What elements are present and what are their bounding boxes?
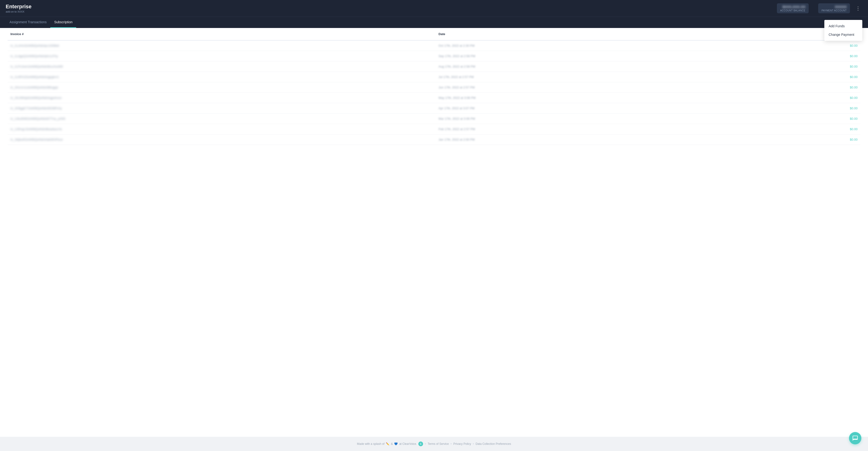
privacy-policy-link[interactable]: Privacy Policy bbox=[454, 442, 471, 446]
change-payment-menu-item[interactable]: Change Payment bbox=[824, 30, 862, 39]
date-cell: Oct 17th, 2022 at 2:30 PM bbox=[436, 40, 738, 51]
table-header-row: Invoice # Date Amount bbox=[8, 28, 860, 40]
invoice-id-cell: in_1lkjbwl52eW8tQwNdnl4abWHPkue bbox=[8, 134, 436, 145]
invoice-id-cell: in_1L6RX2l2eW8tQwNdnlogpgkvr1 bbox=[8, 72, 436, 82]
cv-logo: C bbox=[418, 442, 423, 446]
app-brand: Enterprise bbox=[6, 4, 32, 10]
table-row: in_1LdgpQ2eW8tQwNdnlj4o1cFhySep 17th, 20… bbox=[8, 51, 860, 61]
table-row: in_1J0IngrJ2eW8tQwNdnl8eadaouYaFeb 17th,… bbox=[8, 124, 860, 134]
footer: Made with a splash of ✏️ & 💙 at ClearVoi… bbox=[0, 437, 868, 451]
amount-cell: $0.00 bbox=[738, 114, 860, 124]
amount-cell: $0.00 bbox=[738, 103, 860, 114]
more-options-button[interactable]: ⋮ bbox=[854, 4, 862, 12]
payment-account-block: XXXXX PAYMENT ACCOUNT bbox=[818, 3, 850, 13]
table-container: Invoice # Date Amount in_1LoHml2eW8tQwNd… bbox=[0, 28, 868, 145]
account-balance-block: $XXX,XXX.XX ACCOUNT BALANCE bbox=[777, 3, 809, 13]
header-right: $XXX,XXX.XX ACCOUNT BALANCE XXXXX PAYMEN… bbox=[777, 3, 862, 13]
payment-account-value: XXXXX bbox=[822, 5, 847, 9]
account-balance-label: ACCOUNT BALANCE bbox=[780, 9, 805, 12]
date-cell: May 17th, 2022 at 3:08 PM bbox=[436, 93, 738, 103]
amount-cell: $0.00 bbox=[738, 61, 860, 72]
pencil-icon: ✏️ bbox=[386, 442, 390, 446]
account-info: $XXX,XXX.XX ACCOUNT BALANCE XXXXX PAYMEN… bbox=[777, 3, 850, 13]
amount-cell: $0.00 bbox=[738, 40, 860, 51]
account-balance-value: $XXX,XXX.XX bbox=[780, 5, 805, 9]
invoice-id-cell: in_1Ksr1n1s2eW8tQwNdnl98ogpjc bbox=[8, 82, 436, 93]
invoice-id-cell: in_1LoHml2eW8tQwNdnlpc1009bkl bbox=[8, 40, 436, 51]
invoice-table: Invoice # Date Amount in_1LoHml2eW8tQwNd… bbox=[8, 28, 860, 145]
table-row: in_1LPc2wm2eW8tQwNdnl8ouXssW8Aug 17th, 2… bbox=[8, 61, 860, 72]
invoice-id-cell: in_1LPc2wm2eW8tQwNdnl8ouXssW8 bbox=[8, 61, 436, 72]
table-row: in_1lkjbwl52eW8tQwNdnl4abWHPkueJan 17th,… bbox=[8, 134, 860, 145]
brand-section: Enterprise add-on to XXXX bbox=[6, 4, 32, 13]
amount-cell: $0.00 bbox=[738, 124, 860, 134]
date-cell: Aug 17th, 2022 at 2:58 PM bbox=[436, 61, 738, 72]
table-row: in_1L6RX2l2eW8tQwNdnlogpgkvr1Jul 17th, 2… bbox=[8, 72, 860, 82]
invoice-id-cell: in_1K8ggiCT2eW8tQwNdnl0038Pchy bbox=[8, 103, 436, 114]
col-date: Date bbox=[436, 28, 738, 40]
amount-cell: $0.00 bbox=[738, 134, 860, 145]
invoice-id-cell: in_1J0IngrJ2eW8tQwNdnl8eadaouYa bbox=[8, 124, 436, 134]
table-row: in_1Kc9Wqid2eW8tQwNdnlogpshvsnMay 17th, … bbox=[8, 93, 860, 103]
footer-at-clearvoice: at ClearVoice. bbox=[399, 442, 417, 446]
amount-cell: $0.00 bbox=[738, 51, 860, 61]
footer-made-with: Made with a splash of bbox=[357, 442, 384, 446]
date-cell: Jul 17th, 2022 at 2:57 PM bbox=[436, 72, 738, 82]
tab-subscription[interactable]: Subscription bbox=[50, 17, 76, 28]
data-collection-link[interactable]: Data Collection Preferences bbox=[475, 442, 511, 446]
date-cell: Jan 17th, 2022 at 2:00 PM bbox=[436, 134, 738, 145]
dropdown-menu: Add Funds Change Payment bbox=[824, 20, 862, 41]
date-cell: Sep 17th, 2022 at 2:58 PM bbox=[436, 51, 738, 61]
invoice-id-cell: in_1Jku6W62eW8tQwNdnl07Tna_yAN5 bbox=[8, 114, 436, 124]
header: Enterprise add-on to XXXX $XXX,XXX.XX AC… bbox=[0, 0, 868, 17]
terms-of-service-link[interactable]: Terms of Service bbox=[428, 442, 449, 446]
tab-assignment-transactions[interactable]: Assignment Transactions bbox=[6, 17, 50, 28]
chat-button[interactable] bbox=[849, 432, 861, 444]
amount-cell: $0.00 bbox=[738, 82, 860, 93]
footer-and: & bbox=[391, 442, 393, 446]
date-cell: Apr 17th, 2022 at 3:07 PM bbox=[436, 103, 738, 114]
nav-tabs: Assignment Transactions Subscription bbox=[0, 17, 868, 28]
app-sub-label: add-on to XXXX bbox=[6, 10, 32, 13]
add-funds-menu-item[interactable]: Add Funds bbox=[824, 22, 862, 30]
date-cell: Jun 17th, 2022 at 2:57 PM bbox=[436, 82, 738, 93]
amount-cell: $0.00 bbox=[738, 93, 860, 103]
col-invoice: Invoice # bbox=[8, 28, 436, 40]
date-cell: Mar 17th, 2022 at 3:06 PM bbox=[436, 114, 738, 124]
chat-icon bbox=[852, 435, 858, 441]
invoice-id-cell: in_1Kc9Wqid2eW8tQwNdnlogpshvsn bbox=[8, 93, 436, 103]
table-row: in_1LoHml2eW8tQwNdnlpc1009bklOct 17th, 2… bbox=[8, 40, 860, 51]
amount-cell: $0.00 bbox=[738, 72, 860, 82]
table-row: in_1K8ggiCT2eW8tQwNdnl0038PchyApr 17th, … bbox=[8, 103, 860, 114]
table-row: in_1Jku6W62eW8tQwNdnl07Tna_yAN5Mar 17th,… bbox=[8, 114, 860, 124]
invoice-id-cell: in_1LdgpQ2eW8tQwNdnlj4o1cFhy bbox=[8, 51, 436, 61]
main-content: Invoice # Date Amount in_1LoHml2eW8tQwNd… bbox=[0, 28, 868, 437]
date-cell: Feb 17th, 2022 at 2:57 PM bbox=[436, 124, 738, 134]
table-row: in_1Ksr1n1s2eW8tQwNdnl98ogpjcJun 17th, 2… bbox=[8, 82, 860, 93]
payment-account-label: PAYMENT ACCOUNT bbox=[822, 9, 847, 12]
heart-icon: 💙 bbox=[394, 442, 398, 446]
